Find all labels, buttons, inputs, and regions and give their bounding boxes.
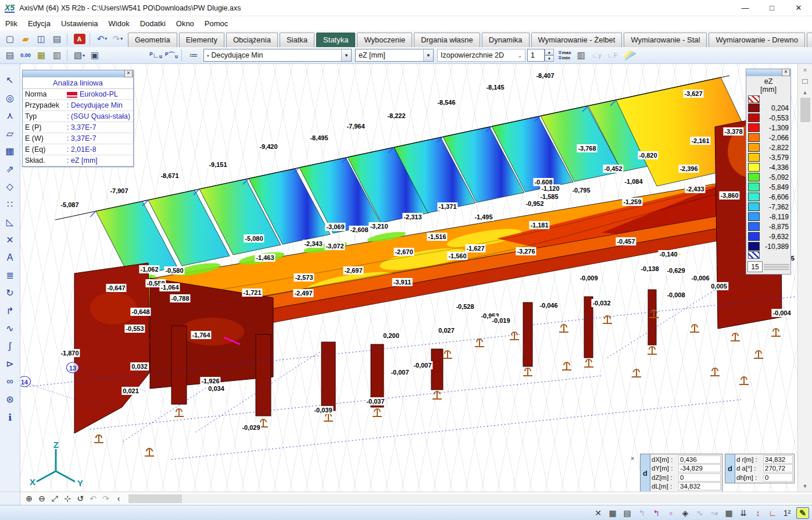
renumber-icon[interactable]: ↻ bbox=[2, 285, 18, 301]
hscroll-thumb[interactable] bbox=[128, 494, 182, 503]
redo-icon[interactable]: ↷▾ bbox=[110, 32, 125, 46]
close-icon[interactable]: × bbox=[124, 70, 133, 77]
vscroll-thumb[interactable] bbox=[800, 98, 810, 122]
menu-item[interactable]: Pomoc bbox=[199, 17, 233, 30]
rotate-view-icon[interactable]: ↺ bbox=[74, 493, 87, 504]
model-viewport[interactable]: -5,087-7,907-8,671-9,151-9,420-8,495-7,9… bbox=[20, 64, 797, 491]
panel-header[interactable]: × bbox=[746, 69, 790, 76]
menu-item[interactable]: Ustawienia bbox=[56, 17, 103, 30]
tab[interactable]: Elementy bbox=[179, 33, 224, 47]
tab[interactable]: Wymiarowanie - Drewno bbox=[709, 33, 804, 47]
scroll-down-icon[interactable]: ▼ bbox=[803, 483, 808, 489]
tab[interactable]: Wymiarowanie - Stal bbox=[624, 33, 707, 47]
tab[interactable]: Geometria bbox=[128, 33, 177, 47]
zoom-in-icon[interactable]: ⊕ bbox=[23, 493, 35, 504]
animation-icon[interactable]: ▥ bbox=[574, 48, 589, 62]
vertical-scrollbar[interactable]: × ▲ ▼ bbox=[797, 64, 812, 491]
tab[interactable]: Wyboczenie bbox=[357, 33, 412, 47]
restore-view-icon[interactable] bbox=[802, 79, 808, 84]
display-options-icon[interactable]: ∞ bbox=[2, 374, 18, 390]
tab[interactable]: Dynamika bbox=[482, 33, 530, 47]
level-manager-icon[interactable]: 0.00 bbox=[19, 48, 33, 62]
section-line-icon[interactable]: ∿ bbox=[2, 320, 18, 336]
report-maker-icon[interactable]: ▥ bbox=[50, 48, 65, 62]
display-mode-combo[interactable]: Izopowierzchnie 2D⌄ bbox=[437, 49, 525, 62]
background-layer-icon[interactable]: ≣ bbox=[2, 268, 18, 283]
menu-item[interactable]: Edycja bbox=[23, 17, 56, 30]
arc-icon[interactable]: ↝ bbox=[709, 507, 720, 519]
coordinate-value[interactable]: 0 bbox=[678, 473, 721, 482]
menu-item[interactable]: Plik bbox=[0, 17, 23, 30]
open-file-icon[interactable]: ▰ bbox=[19, 32, 33, 46]
search-flashlight-icon[interactable]: ⊳ bbox=[2, 356, 18, 372]
undo-icon[interactable]: ↶▾ bbox=[95, 32, 109, 46]
delta-toggle-button[interactable]: d bbox=[725, 454, 735, 483]
undo-view-icon[interactable]: ↶ bbox=[87, 493, 99, 504]
close-icon[interactable]: × bbox=[782, 69, 790, 76]
coordinate-value[interactable]: 34,832 bbox=[763, 455, 793, 464]
close-view-icon[interactable]: × bbox=[803, 66, 807, 74]
workplane-grid-icon[interactable]: ▦ bbox=[607, 507, 618, 519]
zoom-out-icon[interactable]: ⊖ bbox=[35, 493, 48, 504]
local-axes-icon[interactable]: ∟ bbox=[767, 507, 778, 519]
redo-view-icon[interactable]: ↷ bbox=[99, 493, 112, 504]
numbering-icon[interactable]: 1² bbox=[782, 507, 792, 519]
snap-icon[interactable]: ◈ bbox=[680, 507, 691, 519]
drawing-library-icon[interactable]: ▣ bbox=[88, 48, 102, 62]
selection-region-icon[interactable]: ▫ bbox=[666, 507, 676, 519]
menu-item[interactable]: Dodatki bbox=[135, 17, 171, 30]
parts-icon[interactable]: ▱ bbox=[2, 126, 18, 141]
scroll-up-icon[interactable]: ▲ bbox=[803, 90, 808, 95]
level-count-field[interactable]: 1 bbox=[527, 49, 545, 62]
structural-grid-icon[interactable]: ∷ bbox=[2, 197, 18, 212]
paste-icon[interactable]: ↰ bbox=[651, 507, 661, 519]
tab[interactable]: Wymiarowanie - Mur bbox=[807, 33, 812, 47]
coordinate-value[interactable]: -34,829 bbox=[678, 464, 721, 472]
move-copy-icon[interactable]: ↰ bbox=[636, 507, 647, 519]
dimension-icon[interactable]: A bbox=[2, 250, 18, 265]
coordinate-value[interactable]: 34,832 bbox=[678, 482, 721, 490]
vertical-dim-icon[interactable]: ↕ bbox=[753, 507, 763, 519]
coordinates-close-icon[interactable]: × bbox=[631, 455, 634, 462]
print-icon[interactable]: ▤ bbox=[50, 32, 65, 46]
workplane-icon[interactable]: ◇ bbox=[2, 179, 18, 194]
load-case-combo[interactable]: ▪ Decydujące Min▼ bbox=[203, 49, 352, 62]
delta-toggle-button[interactable]: d bbox=[641, 454, 650, 491]
combo-arrow-icon[interactable]: ▼ bbox=[341, 49, 351, 61]
sort-arrows-icon[interactable]: ⇊ bbox=[738, 507, 749, 519]
close-button[interactable]: ✕ bbox=[785, 0, 812, 16]
polyline-icon[interactable]: ∿ bbox=[695, 507, 705, 519]
geometry-tools-icon[interactable]: ◺ bbox=[2, 214, 18, 230]
stories-icon[interactable]: ▤ bbox=[622, 507, 632, 519]
zoom-icon[interactable]: ◎ bbox=[2, 90, 18, 106]
result-display-params-icon[interactable]: ≔ bbox=[187, 48, 201, 62]
minmax-toggle-icon[interactable]: ∓max∓min bbox=[558, 50, 571, 60]
edit-pencil-icon[interactable]: ✎ bbox=[796, 507, 809, 519]
tab[interactable]: Drgania własne bbox=[414, 33, 480, 47]
tab[interactable]: Wymiarowanie - Żelbet bbox=[531, 33, 623, 47]
combo-chevron-icon[interactable]: ⌄ bbox=[515, 49, 525, 61]
coordinate-value[interactable]: 0 bbox=[763, 473, 793, 482]
panel-header[interactable]: × bbox=[23, 70, 133, 77]
layer-manager-icon[interactable]: ▤ bbox=[3, 48, 17, 62]
settings-wrench-icon[interactable]: ⊛ bbox=[2, 391, 18, 407]
menu-item[interactable]: Okno bbox=[171, 17, 199, 30]
new-file-icon[interactable]: ▢ bbox=[3, 32, 17, 46]
coordinate-system-icon[interactable]: ⋏ bbox=[2, 108, 18, 123]
translate-icon[interactable]: ⇗ bbox=[2, 161, 18, 177]
result-component-combo[interactable]: eZ [mm]▼ bbox=[355, 49, 434, 62]
linear-analysis-icon[interactable]: ᴾ∟ᵤ bbox=[149, 48, 163, 62]
maximize-button[interactable]: □ bbox=[759, 0, 785, 16]
tab[interactable]: Siatka bbox=[280, 33, 314, 47]
save-file-icon[interactable]: ◫ bbox=[34, 32, 49, 46]
zoom-fit-icon[interactable]: ⤢ bbox=[48, 493, 61, 504]
help-book-icon[interactable]: ▧▾ bbox=[72, 48, 87, 62]
menu-item[interactable]: Widok bbox=[103, 17, 135, 30]
collapse-arrow-icon[interactable]: ‹ bbox=[112, 493, 125, 504]
tab[interactable]: Obciążenia bbox=[226, 33, 278, 47]
delete-icon[interactable]: ✕ bbox=[593, 507, 603, 519]
coordinate-value[interactable]: 270,72 bbox=[763, 464, 793, 472]
integrate-line-icon[interactable]: ∫ bbox=[2, 339, 18, 354]
level-count-stepper[interactable]: ▲▼ bbox=[545, 49, 554, 62]
tab[interactable]: Statyka bbox=[316, 33, 355, 47]
